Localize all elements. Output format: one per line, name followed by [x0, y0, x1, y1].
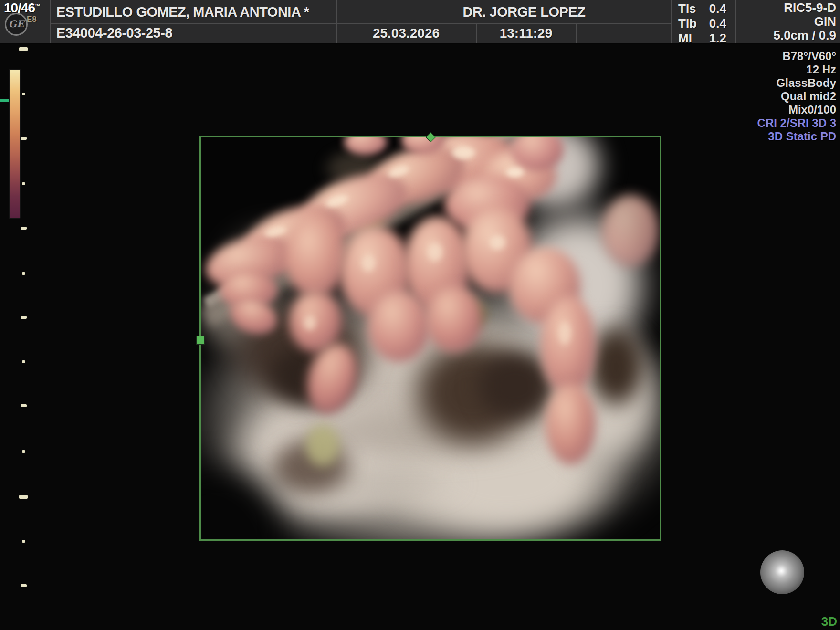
render-blob	[368, 290, 430, 362]
header-divider	[50, 0, 51, 43]
roi-box[interactable]	[200, 136, 661, 541]
header-divider	[336, 0, 337, 43]
header-divider	[576, 23, 577, 43]
ruler-tick	[19, 47, 28, 51]
ruler-tick	[21, 404, 27, 407]
render-blob	[302, 313, 317, 332]
trademark-mark: ™	[35, 3, 40, 9]
render-blob	[449, 145, 478, 161]
thermal-index-block: TIs0.4 TIb0.4 MI1.2	[671, 1, 735, 42]
mode-label: 3D	[821, 614, 837, 629]
settings-line-5: CRI 2/SRI 3D 3	[757, 116, 836, 130]
settings-line-0: B78°/V60°	[757, 50, 836, 63]
render-blob	[425, 240, 444, 264]
settings-panel: B78°/V60°12 HzGlassBodyQual mid2Mix0/100…	[757, 50, 836, 143]
ti-row: MI1.2	[671, 31, 735, 46]
render-blob	[504, 166, 526, 178]
ti-label: TIb	[678, 16, 697, 31]
header-bar: 10/46™ GE E8 ESTUDILLO GOMEZ, MARIA ANTO…	[0, 0, 840, 44]
settings-line-3: Qual mid2	[757, 90, 836, 103]
header-divider	[476, 23, 477, 43]
patient-id: E34004-26-03-25-8	[56, 25, 172, 41]
render-blob	[487, 233, 507, 252]
probe-preset: GIN	[735, 15, 836, 29]
ultrasound-screen: 10/46™ GE E8 ESTUDILLO GOMEZ, MARIA ANTO…	[0, 0, 840, 630]
exam-time: 13:11:29	[476, 26, 576, 41]
exam-date: 25.03.2026	[336, 26, 476, 41]
ruler-tick	[22, 360, 25, 363]
patient-name: ESTUDILLO GOMEZ, MARIA ANTONIA *	[56, 4, 309, 20]
ruler-tick	[21, 137, 27, 140]
render-blob	[301, 419, 344, 472]
ti-label: TIs	[678, 1, 696, 16]
ruler-tick	[21, 227, 27, 230]
probe-model: RIC5-9-D	[735, 1, 836, 15]
ruler-tick	[21, 584, 27, 587]
ruler-tick	[22, 93, 25, 95]
physician-name: DR. JORGE LOPEZ	[357, 4, 691, 20]
ti-row: TIs0.4	[671, 1, 735, 16]
header-divider	[50, 23, 671, 24]
render-blob	[284, 216, 346, 297]
settings-line-2: GlassBody	[757, 76, 836, 90]
ruler-tick	[22, 272, 25, 275]
ruler-tick	[22, 540, 25, 543]
render-blob	[602, 195, 659, 266]
settings-line-6: 3D Static PD	[757, 130, 836, 143]
roi-left-handle[interactable]	[196, 336, 205, 345]
settings-line-4: Mix0/100	[757, 103, 836, 116]
3d-render-image	[201, 137, 660, 539]
probe-info-block: RIC5-9-D GIN 5.0cm / 0.9	[735, 1, 836, 42]
depth-gain: 5.0cm / 0.9	[735, 29, 836, 42]
depth-ruler	[0, 0, 33, 630]
settings-line-1: 12 Hz	[757, 63, 836, 76]
ti-value: 0.4	[709, 1, 726, 16]
ruler-tick	[21, 316, 27, 319]
trackball-indicator	[760, 550, 804, 594]
mi-value: 1.2	[709, 31, 726, 46]
render-blob	[425, 285, 483, 352]
render-blob	[360, 252, 377, 274]
ruler-tick	[22, 182, 25, 185]
ti-value: 0.4	[709, 16, 726, 31]
ti-row: TIb0.4	[671, 16, 735, 31]
render-blob	[546, 383, 596, 464]
mi-label: MI	[678, 31, 692, 46]
render-blob	[556, 319, 573, 347]
ruler-tick	[19, 495, 28, 499]
ruler-tick	[22, 450, 25, 453]
